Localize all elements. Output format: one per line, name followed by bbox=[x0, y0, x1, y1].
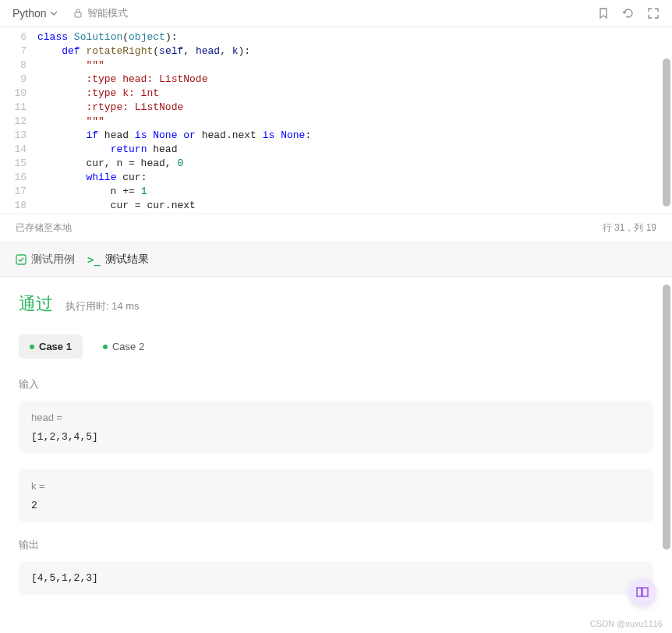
tab-result[interactable]: >_ 测试结果 bbox=[87, 253, 149, 267]
output-value: [4,5,1,2,3] bbox=[19, 561, 653, 595]
language-label: Python bbox=[12, 7, 47, 19]
line-number: 18 bbox=[0, 199, 37, 213]
lock-icon bbox=[73, 9, 83, 18]
bookmark-icon[interactable] bbox=[597, 7, 610, 19]
code-line[interactable]: 10 :type k: int bbox=[0, 87, 672, 101]
results-panel: 通过 执行用时: 14 ms Case 1Case 2 输入 head =[1,… bbox=[0, 277, 672, 620]
tab-testcase-label: 测试用例 bbox=[31, 253, 75, 267]
svg-rect-0 bbox=[75, 12, 81, 17]
input-value: 2 bbox=[31, 500, 641, 511]
mode-indicator: 智能模式 bbox=[73, 6, 128, 20]
code-line[interactable]: 17 n += 1 bbox=[0, 185, 672, 199]
input-block: k =2 bbox=[19, 469, 653, 522]
line-number: 7 bbox=[0, 44, 37, 58]
toolbar: Python 智能模式 bbox=[0, 0, 672, 27]
status-dot-icon bbox=[103, 345, 108, 349]
line-number: 14 bbox=[0, 143, 37, 157]
line-number: 8 bbox=[0, 58, 37, 72]
code-content[interactable]: if head is None or head.next is None: bbox=[37, 129, 311, 143]
code-editor[interactable]: 6class Solution(object):7 def rotateRigh… bbox=[0, 27, 672, 213]
tab-result-label: 测试结果 bbox=[105, 253, 149, 267]
code-line[interactable]: 18 cur = cur.next bbox=[0, 199, 672, 213]
code-content[interactable]: while cur: bbox=[37, 171, 147, 185]
line-number: 17 bbox=[0, 185, 37, 199]
line-number: 9 bbox=[0, 72, 37, 87]
language-selector[interactable]: Python bbox=[12, 7, 58, 19]
expand-icon[interactable] bbox=[647, 7, 660, 19]
code-content[interactable]: cur, n = head, 0 bbox=[37, 157, 183, 171]
input-var: head = bbox=[31, 412, 641, 423]
code-content[interactable]: :rtype: ListNode bbox=[37, 101, 183, 115]
line-number: 6 bbox=[0, 30, 37, 44]
editor-scrollbar[interactable] bbox=[663, 58, 670, 207]
code-content[interactable]: n += 1 bbox=[37, 185, 147, 199]
line-number: 15 bbox=[0, 157, 37, 171]
chevron-down-icon bbox=[50, 9, 58, 17]
code-line[interactable]: 16 while cur: bbox=[0, 171, 672, 185]
results-tabs: 测试用例 >_ 测试结果 bbox=[0, 242, 672, 277]
input-value: [1,2,3,4,5] bbox=[31, 431, 641, 443]
status-dot-icon bbox=[30, 345, 34, 349]
code-content[interactable]: return head bbox=[37, 143, 177, 157]
case-label: Case 2 bbox=[112, 341, 144, 352]
help-fab[interactable] bbox=[628, 578, 656, 606]
input-section-label: 输入 bbox=[19, 377, 653, 391]
mode-label: 智能模式 bbox=[87, 6, 128, 20]
input-var: k = bbox=[31, 480, 641, 492]
code-line[interactable]: 14 return head bbox=[0, 143, 672, 157]
code-content[interactable]: class Solution(object): bbox=[37, 30, 177, 44]
code-line[interactable]: 7 def rotateRight(self, head, k): bbox=[0, 44, 672, 58]
code-content[interactable]: :type head: ListNode bbox=[37, 72, 207, 87]
code-line[interactable]: 12 """ bbox=[0, 115, 672, 129]
code-content[interactable]: def rotateRight(self, head, k): bbox=[37, 44, 250, 58]
code-line[interactable]: 6class Solution(object): bbox=[0, 30, 672, 44]
input-block: head =[1,2,3,4,5] bbox=[19, 401, 653, 454]
code-content[interactable]: """ bbox=[37, 58, 104, 72]
book-icon bbox=[635, 585, 649, 599]
status-bar: 已存储至本地 行 31，列 19 bbox=[0, 213, 672, 242]
code-line[interactable]: 13 if head is None or head.next is None: bbox=[0, 129, 672, 143]
tab-testcase[interactable]: 测试用例 bbox=[16, 253, 75, 267]
code-content[interactable]: :type k: int bbox=[37, 87, 159, 101]
check-square-icon bbox=[16, 254, 27, 265]
pass-label: 通过 bbox=[19, 292, 53, 316]
cursor-position: 行 31，列 19 bbox=[603, 221, 656, 235]
runtime-label: 执行用时: 14 ms bbox=[65, 299, 140, 313]
toolbar-actions bbox=[597, 7, 660, 19]
code-line[interactable]: 11 :rtype: ListNode bbox=[0, 101, 672, 115]
case-pill[interactable]: Case 2 bbox=[92, 334, 155, 359]
results-scrollbar[interactable] bbox=[663, 285, 670, 550]
terminal-icon: >_ bbox=[87, 253, 101, 266]
case-label: Case 1 bbox=[39, 341, 72, 352]
code-line[interactable]: 9 :type head: ListNode bbox=[0, 72, 672, 87]
result-summary: 通过 执行用时: 14 ms bbox=[19, 292, 653, 316]
code-content[interactable]: cur = cur.next bbox=[37, 199, 196, 213]
line-number: 10 bbox=[0, 87, 37, 101]
line-number: 11 bbox=[0, 101, 37, 115]
save-status: 已存储至本地 bbox=[16, 221, 72, 235]
line-number: 12 bbox=[0, 115, 37, 129]
watermark: CSDN @xuxu1116 bbox=[590, 619, 663, 628]
reset-icon[interactable] bbox=[622, 7, 635, 19]
output-section-label: 输出 bbox=[19, 538, 653, 552]
case-pill[interactable]: Case 1 bbox=[19, 334, 83, 359]
case-selector: Case 1Case 2 bbox=[19, 334, 653, 359]
line-number: 13 bbox=[0, 129, 37, 143]
line-number: 16 bbox=[0, 171, 37, 185]
code-content[interactable]: """ bbox=[37, 115, 104, 129]
code-line[interactable]: 15 cur, n = head, 0 bbox=[0, 157, 672, 171]
code-line[interactable]: 8 """ bbox=[0, 58, 672, 72]
